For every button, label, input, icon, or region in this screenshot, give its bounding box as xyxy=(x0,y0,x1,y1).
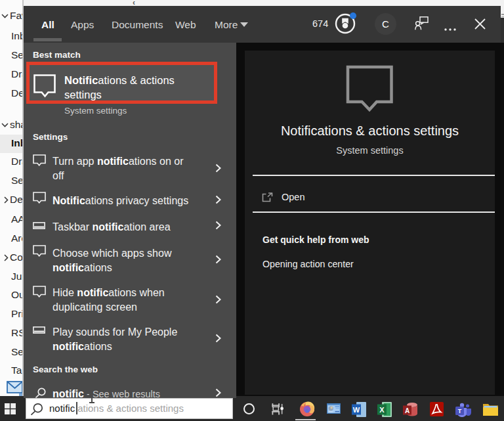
svg-text:T: T xyxy=(458,408,462,414)
svg-text:X: X xyxy=(379,406,385,414)
svg-text:A: A xyxy=(405,407,410,414)
svg-text:W: W xyxy=(353,406,360,414)
